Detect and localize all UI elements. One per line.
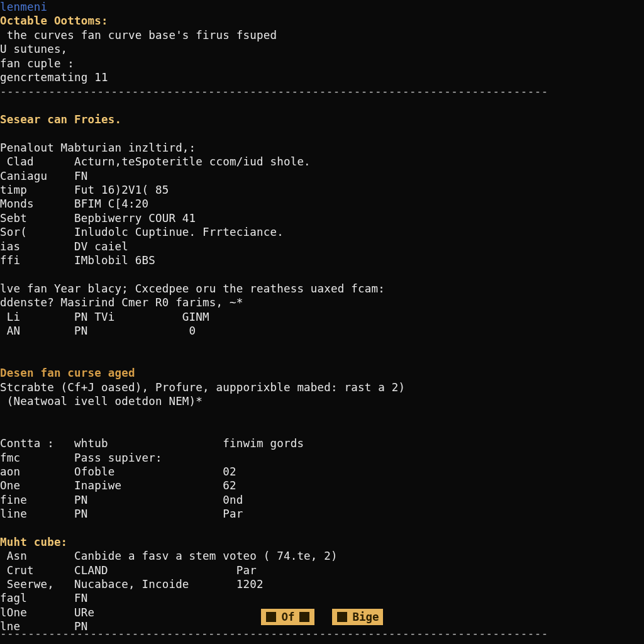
- heading-sesear: Sesear can Froies.: [0, 113, 644, 126]
- table-row: fine PN 0nd: [0, 493, 644, 507]
- table-row: Monds BFIM C[4:20: [0, 197, 644, 211]
- square-icon: [299, 612, 309, 622]
- table-row: Contta : whtub finwim gords: [0, 436, 644, 450]
- table-row: timp Fut 16)2V1( 85: [0, 183, 644, 197]
- table-row: ffi IMblobil 6BS: [0, 253, 644, 267]
- table-row: Asn Canbide a fasv a stem voteo ( 74.te,…: [0, 549, 644, 563]
- table-row: line PN Par: [0, 507, 644, 521]
- heading-octable: Octable Oottoms:: [0, 14, 644, 28]
- app-title: lenmeni: [0, 0, 644, 14]
- button-label: Bige: [352, 611, 379, 623]
- square-icon: [266, 612, 276, 622]
- table-row: Clad Acturn,teSpoteritle ccom/iud shole.: [0, 155, 644, 169]
- of-button[interactable]: Of: [261, 609, 314, 625]
- square-icon: [337, 612, 347, 622]
- divider: ----------------------------------------…: [0, 626, 644, 640]
- footer-buttons: Of Bige: [0, 609, 644, 625]
- button-label: Of: [281, 611, 294, 623]
- table-row: One Inapiwe 62: [0, 479, 644, 492]
- text-line: lve fan Year blacy; Cxcedpee oru the rea…: [0, 282, 644, 296]
- text-line: ddenste? Masirind Cmer R0 farims, ~*: [0, 296, 644, 309]
- text-line: Penalout Mabturian inzltird,:: [0, 141, 644, 155]
- table-row: aon Ofoble 02: [0, 465, 644, 479]
- text-line: fan cuple :: [0, 57, 644, 70]
- table-row: Sebt Bepbiwerry COUR 41: [0, 211, 644, 225]
- table-row: Sor( Inludolc Cuptinue. Frrteciance.: [0, 225, 644, 239]
- table-row: AN PN 0: [0, 324, 644, 338]
- text-line: U sutunes,: [0, 42, 644, 56]
- text-line: gencrtemating 11: [0, 70, 644, 84]
- table-row: fagl FN: [0, 591, 644, 605]
- heading-muht: Muht cube:: [0, 535, 644, 549]
- table-row: Seerwe, Nucabace, Incoide 1202: [0, 577, 644, 591]
- heading-desen: Desen fan curse aged: [0, 366, 644, 380]
- table-row: fmc Pass supiver:: [0, 451, 644, 465]
- bige-button[interactable]: Bige: [332, 609, 382, 625]
- table-row: Crut CLAND Par: [0, 564, 644, 577]
- table-row: Caniagu FN: [0, 169, 644, 183]
- text-line: Stcrabte (Cf+J oased), Profure, aupporix…: [0, 380, 644, 394]
- table-row: Li PN TVi GINM: [0, 310, 644, 324]
- divider: ----------------------------------------…: [0, 84, 644, 98]
- table-row: ias DV caiel: [0, 240, 644, 253]
- terminal-screen: lenmeni Octable Oottoms: the curves fan …: [0, 0, 644, 644]
- text-line: the curves fan curve base's firus fsuped: [0, 28, 644, 42]
- text-line: (Neatwoal ivell odetdon NEM)*: [0, 394, 644, 408]
